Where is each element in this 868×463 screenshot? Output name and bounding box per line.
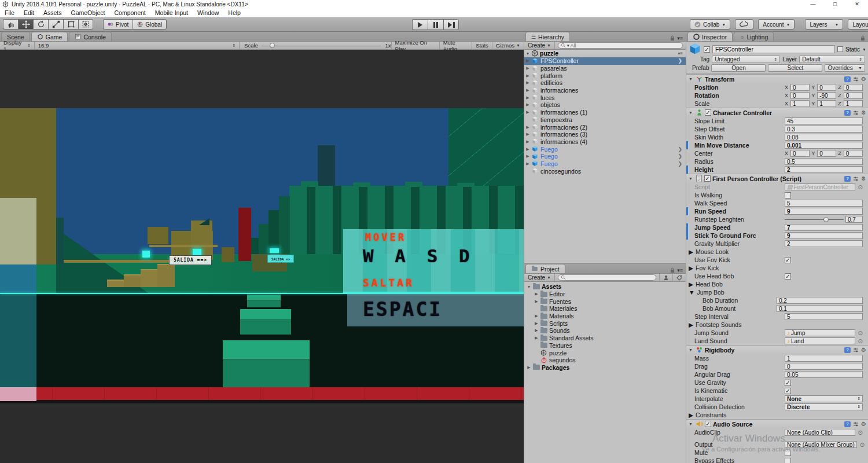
prefab-chevron-icon[interactable]: ❯ [678, 153, 682, 159]
expand-arrow-icon[interactable]: ▶ [524, 95, 531, 100]
foldout-arrow-icon[interactable]: ▼ [689, 111, 694, 115]
preset-icon[interactable] [853, 176, 859, 182]
gear-icon[interactable]: ⚙ [861, 175, 866, 182]
minimize-button[interactable]: — [802, 0, 824, 8]
expand-arrow-icon[interactable]: ▶ [524, 147, 531, 152]
menu-file[interactable]: File [0, 9, 19, 16]
expand-arrow-icon[interactable]: ▶ [524, 139, 531, 144]
project-item[interactable]: Materiales [524, 305, 686, 313]
expand-arrow-icon[interactable]: ▶ [524, 102, 531, 107]
expand-arrow-icon[interactable]: ▶ [533, 321, 540, 326]
tab-project[interactable]: Project [525, 264, 565, 273]
object-picker-icon[interactable]: ⊙ [860, 442, 865, 448]
close-button[interactable]: ✕ [846, 0, 868, 8]
hierarchy-item[interactable]: ▶edificios [524, 79, 686, 87]
x-field[interactable]: 0 [790, 150, 810, 157]
project-item[interactable]: ▶Fuentes [524, 297, 686, 305]
prefab-chevron-icon[interactable]: ❯ [678, 161, 682, 167]
hierarchy-item[interactable]: ▶Fuego❯ [524, 160, 686, 168]
hierarchy-item[interactable]: ▶luces [524, 94, 686, 101]
menu-gameobject[interactable]: GameObject [67, 9, 110, 16]
value-field[interactable]: 0.3 [785, 126, 863, 133]
slider[interactable] [785, 216, 844, 223]
object-field[interactable]: None (Audio Mixer Group) [785, 441, 857, 448]
object-field[interactable]: ♪Jump [785, 329, 855, 336]
project-item[interactable]: ▶Editor [524, 291, 686, 298]
scene-menu-icon[interactable]: ▾≡ [678, 51, 683, 56]
y-field[interactable]: -90 [817, 92, 836, 99]
hierarchy-item[interactable]: ▶Fuego❯ [524, 145, 686, 153]
hierarchy-item[interactable]: ▶pasarelas [524, 65, 686, 72]
lock-icon[interactable] [670, 35, 675, 41]
foldout-arrow-icon[interactable]: ▼ [689, 77, 694, 81]
static-checkbox[interactable] [837, 46, 843, 52]
expand-arrow-icon[interactable]: ▶ [533, 299, 540, 304]
value-field[interactable]: 5 [785, 313, 863, 320]
tab-console[interactable]: Console [69, 32, 112, 41]
expand-arrow-icon[interactable]: ▶ [533, 314, 540, 318]
value-field[interactable]: 0.1 [777, 305, 863, 312]
checkbox[interactable] [785, 192, 791, 199]
rotate-tool-icon[interactable] [33, 19, 48, 30]
move-tool-icon[interactable] [18, 19, 33, 30]
value-field[interactable]: 2 [785, 166, 863, 173]
gizmos-dropdown[interactable]: Gizmos▼ [492, 42, 524, 49]
menu-assets[interactable]: Assets [39, 9, 67, 16]
z-field[interactable]: 0 [844, 84, 863, 91]
expand-arrow-icon[interactable]: ▶ [524, 110, 531, 115]
x-field[interactable]: 0 [790, 92, 810, 99]
lock-icon[interactable] [670, 267, 675, 273]
display-dropdown[interactable]: Display 1⇕ [0, 42, 35, 49]
dropdown-field[interactable]: Discrete⇕ [785, 403, 863, 410]
foldout-arrow-icon[interactable]: ▼ [689, 177, 694, 181]
prefab-open-button[interactable]: Open [711, 64, 766, 72]
maximize-button[interactable]: □ [824, 0, 846, 8]
global-toggle[interactable]: Global [133, 19, 167, 30]
static-dropdown-caret[interactable]: ▼ [862, 47, 866, 52]
foldout-row[interactable]: ▶Constraints [689, 411, 726, 418]
object-field[interactable]: ▤FirstPersonController [785, 183, 855, 190]
scale-tool-icon[interactable] [48, 19, 63, 30]
foldout-row[interactable]: ▶Fov Kick [689, 264, 719, 271]
object-field[interactable]: ♪Land [785, 337, 855, 344]
object-picker-icon[interactable]: ⊙ [858, 429, 863, 436]
layer-dropdown[interactable]: Default⇕ [799, 56, 865, 63]
gear-icon[interactable]: ⚙ [861, 76, 866, 82]
expand-arrow-icon[interactable]: ▶ [533, 292, 540, 296]
component-header[interactable]: ▼Rigidbody?⚙ [686, 346, 868, 354]
rect-tool-icon[interactable] [63, 19, 78, 30]
tag-dropdown[interactable]: Untagged⇕ [712, 56, 780, 63]
preset-icon[interactable] [853, 347, 859, 353]
object-picker-icon[interactable]: ⊙ [858, 330, 863, 336]
gear-icon[interactable]: ⚙ [861, 347, 866, 353]
help-icon[interactable]: ? [844, 421, 851, 427]
project-item[interactable]: ▶Standard Assets [524, 335, 686, 342]
expand-arrow-icon[interactable]: ▶ [533, 328, 540, 333]
expand-arrow-icon[interactable]: ▶ [524, 161, 531, 166]
value-field[interactable]: 7 [785, 224, 863, 231]
project-search-input[interactable] [558, 274, 656, 281]
expand-arrow-icon[interactable]: ▶ [524, 66, 531, 71]
value-field[interactable]: 0.08 [785, 134, 863, 141]
component-header[interactable]: ▼✓First Person Controller (Script)?⚙ [686, 174, 868, 183]
x-field[interactable]: 1 [790, 100, 810, 107]
expand-arrow-icon[interactable]: ▶ [525, 365, 532, 370]
menu-component[interactable]: Component [109, 9, 150, 16]
expand-arrow-icon[interactable]: ▶ [524, 80, 531, 85]
foldout-row[interactable]: ▶Footstep Sounds [689, 321, 741, 328]
help-icon[interactable]: ? [844, 347, 851, 353]
checkbox[interactable]: ✓ [785, 273, 791, 280]
prefab-select-button[interactable]: Select [768, 64, 822, 72]
expand-arrow-icon[interactable]: ▶ [524, 154, 531, 159]
pane-menu-icon[interactable]: ▾≡ [677, 35, 683, 41]
hierarchy-item[interactable]: tiempoextra [524, 116, 686, 124]
expand-arrow-icon[interactable]: ▶ [524, 125, 531, 130]
checkbox[interactable]: ✓ [785, 380, 791, 386]
value-field[interactable]: 9 [785, 232, 863, 239]
transform-tool-icon[interactable] [78, 19, 93, 30]
hierarchy-create-button[interactable]: Create▼ [524, 42, 555, 49]
checkbox[interactable]: ✓ [785, 388, 791, 394]
value-field[interactable]: 0.001 [785, 142, 863, 149]
object-picker-icon[interactable]: ⊙ [858, 184, 863, 190]
dropdown-field[interactable]: None⇕ [785, 395, 863, 402]
